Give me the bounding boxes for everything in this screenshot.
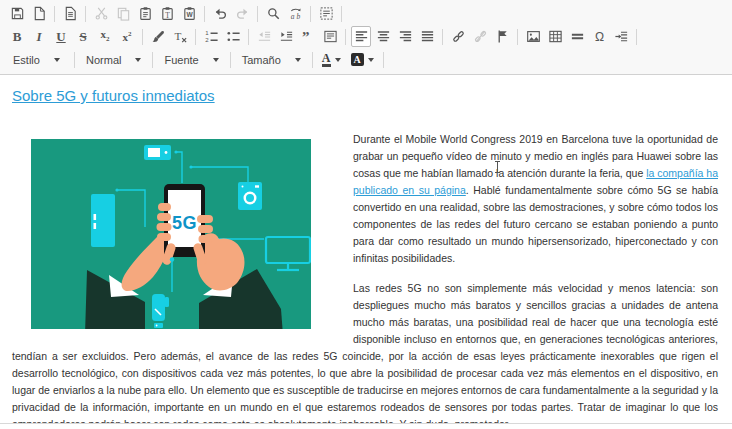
toolbar-separator: [142, 29, 143, 45]
post-title-link[interactable]: Sobre 5G y futuros inmediatos: [12, 87, 215, 104]
bold-button[interactable]: B: [7, 26, 27, 47]
chevron-down-icon: [368, 58, 374, 62]
editing-area[interactable]: Sobre 5G y futuros inmediatos: [0, 75, 732, 423]
toolbar-separator: [517, 29, 518, 45]
toolbar-separator: [312, 52, 313, 68]
new-page-button[interactable]: [29, 3, 49, 24]
chevron-down-icon: [295, 58, 301, 62]
font-size-combo[interactable]: Tamaño: [235, 50, 308, 70]
page-break-button[interactable]: [611, 26, 631, 47]
paragraph-1-text-after: . Hablé fundamentalmente sobre cómo 5G s…: [353, 184, 718, 264]
link-button[interactable]: [448, 26, 468, 47]
text-color-button[interactable]: A: [318, 49, 345, 70]
cut-button[interactable]: [91, 3, 111, 24]
special-character-icon: Ω: [592, 29, 607, 44]
subscript-button[interactable]: x2: [95, 26, 115, 47]
toolbar-separator: [341, 6, 342, 22]
styles-combo[interactable]: Estilo: [6, 50, 70, 70]
font-combo-label: Fuente: [164, 54, 198, 66]
remove-format-button[interactable]: T: [170, 26, 190, 47]
paste-from-word-icon: W: [182, 6, 197, 21]
create-div-button[interactable]: [320, 26, 340, 47]
preview-icon: [63, 6, 78, 21]
superscript-button[interactable]: x2: [117, 26, 137, 47]
copy-formatting-icon: [151, 29, 166, 44]
text-color-icon: A: [322, 53, 335, 67]
underline-button[interactable]: U: [51, 26, 71, 47]
align-center-button[interactable]: [373, 26, 393, 47]
fridge-icon: [91, 194, 115, 247]
find-button[interactable]: [263, 3, 283, 24]
redo-button[interactable]: [232, 3, 252, 24]
find-icon: [266, 6, 281, 21]
toolbar-separator: [442, 29, 443, 45]
toolbar-separator: [54, 6, 55, 22]
new-page-icon: [32, 6, 47, 21]
outdent-icon: [257, 29, 272, 44]
toolbar-separator: [310, 6, 311, 22]
font-combo[interactable]: Fuente: [157, 50, 225, 70]
align-right-icon: [398, 29, 413, 44]
table-button[interactable]: [545, 26, 565, 47]
page-break-icon: [614, 29, 629, 44]
select-all-button[interactable]: [316, 3, 336, 24]
background-color-button[interactable]: A: [347, 49, 378, 70]
paste-button[interactable]: [135, 3, 155, 24]
tv-icon: [144, 145, 171, 160]
svg-text:Ω: Ω: [594, 30, 603, 44]
replace-button[interactable]: ab: [285, 3, 305, 24]
copy-formatting-button[interactable]: [148, 26, 168, 47]
strikethrough-button[interactable]: S: [73, 26, 93, 47]
toolbar-row-2: BIUSx2x2T12”Ω: [0, 25, 732, 48]
justify-button[interactable]: [417, 26, 437, 47]
numbered-list-button[interactable]: 12: [201, 26, 221, 47]
editor-toolbar: TWab BIUSx2x2T12”Ω EstiloNormalFuenteTam…: [0, 0, 732, 75]
select-all-icon: [319, 6, 334, 21]
strikethrough-icon: S: [79, 30, 86, 43]
toolbar-separator: [257, 6, 258, 22]
horizontal-rule-button[interactable]: [567, 26, 587, 47]
save-icon: [10, 6, 25, 21]
special-character-button[interactable]: Ω: [589, 26, 609, 47]
indent-button[interactable]: [276, 26, 296, 47]
unlink-button[interactable]: [470, 26, 490, 47]
preview-button[interactable]: [60, 3, 80, 24]
bulleted-list-icon: [226, 29, 241, 44]
paste-text-button[interactable]: T: [157, 3, 177, 24]
svg-text:T: T: [174, 30, 181, 42]
paragraph-format-combo[interactable]: Normal: [79, 50, 148, 70]
paragraph-format-combo-label: Normal: [86, 54, 121, 66]
toolbar-separator: [152, 52, 153, 68]
align-center-icon: [376, 29, 391, 44]
toolbar-separator: [248, 29, 249, 45]
superscript-icon: x2: [123, 31, 132, 43]
remove-format-icon: T: [173, 29, 188, 44]
image-button[interactable]: [523, 26, 543, 47]
toolbar-separator: [195, 29, 196, 45]
outdent-button[interactable]: [254, 26, 274, 47]
undo-icon: [213, 6, 228, 21]
background-color-icon: A: [351, 53, 368, 66]
text-cursor: [497, 161, 498, 173]
save-button[interactable]: [7, 3, 27, 24]
paste-from-word-button[interactable]: W: [179, 3, 199, 24]
bulleted-list-button[interactable]: [223, 26, 243, 47]
styles-combo-label: Estilo: [13, 54, 40, 66]
chevron-down-icon: [335, 58, 341, 62]
toolbar-row-1: TWab: [0, 2, 732, 25]
chevron-down-icon: [54, 58, 60, 62]
svg-text:a: a: [290, 12, 294, 21]
toolbar-row-3: EstiloNormalFuenteTamañoAA: [0, 48, 732, 71]
toolbar-separator: [345, 29, 346, 45]
undo-button[interactable]: [210, 3, 230, 24]
align-right-button[interactable]: [395, 26, 415, 47]
replace-icon: ab: [288, 6, 303, 21]
copy-button[interactable]: [113, 3, 133, 24]
anchor-button[interactable]: [492, 26, 512, 47]
italic-button[interactable]: I: [29, 26, 49, 47]
blockquote-icon: ”: [301, 29, 316, 44]
horizontal-rule-icon: [570, 29, 585, 44]
blockquote-button[interactable]: ”: [298, 26, 318, 47]
chevron-down-icon: [135, 58, 141, 62]
align-left-button[interactable]: [351, 26, 371, 47]
